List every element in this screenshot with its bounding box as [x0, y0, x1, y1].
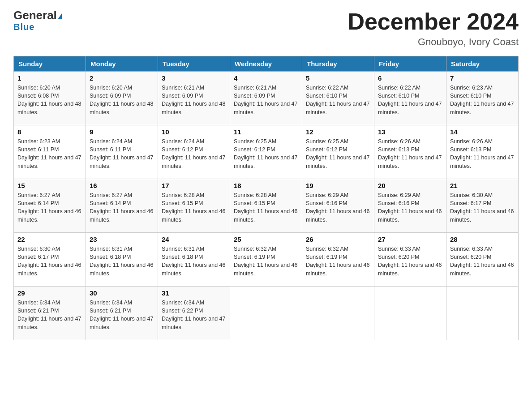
- header-monday: Monday: [86, 56, 158, 72]
- logo: General Blue: [13, 9, 62, 32]
- day-info: Sunrise: 6:33 AMSunset: 6:20 PMDaylight:…: [378, 245, 442, 278]
- day-info: Sunrise: 6:21 AMSunset: 6:09 PMDaylight:…: [162, 84, 226, 116]
- day-number: 15: [17, 182, 82, 189]
- table-row: [374, 287, 446, 340]
- day-number: 29: [17, 289, 82, 297]
- day-info: Sunrise: 6:28 AMSunset: 6:15 PMDaylight:…: [234, 191, 298, 224]
- table-row: 21 Sunrise: 6:30 AMSunset: 6:17 PMDaylig…: [446, 179, 519, 233]
- table-row: 15 Sunrise: 6:27 AMSunset: 6:14 PMDaylig…: [14, 179, 86, 233]
- table-row: 28 Sunrise: 6:33 AMSunset: 6:20 PMDaylig…: [446, 233, 519, 287]
- table-row: 12 Sunrise: 6:25 AMSunset: 6:12 PMDaylig…: [302, 125, 374, 179]
- day-info: Sunrise: 6:25 AMSunset: 6:12 PMDaylight:…: [234, 137, 298, 170]
- day-number: 21: [450, 182, 515, 189]
- day-info: Sunrise: 6:26 AMSunset: 6:13 PMDaylight:…: [378, 137, 442, 170]
- calendar-week-row: 15 Sunrise: 6:27 AMSunset: 6:14 PMDaylig…: [14, 179, 519, 233]
- table-row: 7 Sunrise: 6:23 AMSunset: 6:10 PMDayligh…: [446, 72, 519, 125]
- table-row: 4 Sunrise: 6:21 AMSunset: 6:09 PMDayligh…: [230, 72, 302, 125]
- month-title: December 2024: [348, 9, 519, 34]
- day-info: Sunrise: 6:23 AMSunset: 6:11 PMDaylight:…: [17, 137, 82, 170]
- calendar-week-row: 1 Sunrise: 6:20 AMSunset: 6:08 PMDayligh…: [14, 72, 519, 125]
- day-info: Sunrise: 6:25 AMSunset: 6:12 PMDaylight:…: [306, 137, 370, 170]
- table-row: 16 Sunrise: 6:27 AMSunset: 6:14 PMDaylig…: [86, 179, 158, 233]
- day-info: Sunrise: 6:31 AMSunset: 6:18 PMDaylight:…: [90, 245, 154, 278]
- table-row: 10 Sunrise: 6:24 AMSunset: 6:12 PMDaylig…: [158, 125, 230, 179]
- table-row: 31 Sunrise: 6:34 AMSunset: 6:22 PMDaylig…: [158, 287, 230, 340]
- day-info: Sunrise: 6:29 AMSunset: 6:16 PMDaylight:…: [378, 191, 442, 224]
- table-row: 2 Sunrise: 6:20 AMSunset: 6:09 PMDayligh…: [86, 72, 158, 125]
- day-info: Sunrise: 6:22 AMSunset: 6:10 PMDaylight:…: [378, 84, 442, 116]
- day-number: 4: [234, 74, 298, 82]
- day-info: Sunrise: 6:34 AMSunset: 6:22 PMDaylight:…: [162, 299, 226, 331]
- day-info: Sunrise: 6:32 AMSunset: 6:19 PMDaylight:…: [306, 245, 370, 278]
- calendar-week-row: 29 Sunrise: 6:34 AMSunset: 6:21 PMDaylig…: [14, 287, 519, 340]
- day-number: 18: [234, 182, 298, 189]
- table-row: 14 Sunrise: 6:26 AMSunset: 6:13 PMDaylig…: [446, 125, 519, 179]
- day-number: 17: [162, 182, 226, 189]
- header-thursday: Thursday: [302, 56, 374, 72]
- day-number: 3: [162, 74, 226, 82]
- day-number: 27: [378, 235, 442, 243]
- table-row: 29 Sunrise: 6:34 AMSunset: 6:21 PMDaylig…: [14, 287, 86, 340]
- day-number: 11: [234, 128, 298, 136]
- table-row: 5 Sunrise: 6:22 AMSunset: 6:10 PMDayligh…: [302, 72, 374, 125]
- day-info: Sunrise: 6:24 AMSunset: 6:12 PMDaylight:…: [162, 137, 226, 170]
- day-info: Sunrise: 6:30 AMSunset: 6:17 PMDaylight:…: [450, 191, 515, 224]
- day-info: Sunrise: 6:34 AMSunset: 6:21 PMDaylight:…: [90, 299, 154, 331]
- table-row: 22 Sunrise: 6:30 AMSunset: 6:17 PMDaylig…: [14, 233, 86, 287]
- table-row: 8 Sunrise: 6:23 AMSunset: 6:11 PMDayligh…: [14, 125, 86, 179]
- table-row: 25 Sunrise: 6:32 AMSunset: 6:19 PMDaylig…: [230, 233, 302, 287]
- day-info: Sunrise: 6:30 AMSunset: 6:17 PMDaylight:…: [17, 245, 82, 278]
- day-number: 23: [90, 235, 154, 243]
- title-area: December 2024 Gnouboyo, Ivory Coast: [348, 9, 519, 48]
- day-number: 16: [90, 182, 154, 189]
- header-wednesday: Wednesday: [230, 56, 302, 72]
- table-row: 6 Sunrise: 6:22 AMSunset: 6:10 PMDayligh…: [374, 72, 446, 125]
- header-tuesday: Tuesday: [158, 56, 230, 72]
- logo-blue: Blue: [13, 22, 34, 32]
- table-row: 24 Sunrise: 6:31 AMSunset: 6:18 PMDaylig…: [158, 233, 230, 287]
- day-number: 12: [306, 128, 370, 136]
- day-number: 9: [90, 128, 154, 136]
- day-info: Sunrise: 6:27 AMSunset: 6:14 PMDaylight:…: [90, 191, 154, 224]
- calendar-week-row: 22 Sunrise: 6:30 AMSunset: 6:17 PMDaylig…: [14, 233, 519, 287]
- header-saturday: Saturday: [446, 56, 519, 72]
- day-info: Sunrise: 6:32 AMSunset: 6:19 PMDaylight:…: [234, 245, 298, 278]
- day-number: 24: [162, 235, 226, 243]
- table-row: [446, 287, 519, 340]
- table-row: 23 Sunrise: 6:31 AMSunset: 6:18 PMDaylig…: [86, 233, 158, 287]
- table-row: [302, 287, 374, 340]
- table-row: 19 Sunrise: 6:29 AMSunset: 6:16 PMDaylig…: [302, 179, 374, 233]
- day-info: Sunrise: 6:31 AMSunset: 6:18 PMDaylight:…: [162, 245, 226, 278]
- day-info: Sunrise: 6:27 AMSunset: 6:14 PMDaylight:…: [17, 191, 82, 224]
- day-info: Sunrise: 6:23 AMSunset: 6:10 PMDaylight:…: [450, 84, 515, 116]
- day-number: 13: [378, 128, 442, 136]
- day-number: 25: [234, 235, 298, 243]
- day-number: 26: [306, 235, 370, 243]
- day-number: 1: [17, 74, 82, 82]
- table-row: 9 Sunrise: 6:24 AMSunset: 6:11 PMDayligh…: [86, 125, 158, 179]
- day-number: 19: [306, 182, 370, 189]
- table-row: [230, 287, 302, 340]
- table-row: 13 Sunrise: 6:26 AMSunset: 6:13 PMDaylig…: [374, 125, 446, 179]
- table-row: 26 Sunrise: 6:32 AMSunset: 6:19 PMDaylig…: [302, 233, 374, 287]
- table-row: 3 Sunrise: 6:21 AMSunset: 6:09 PMDayligh…: [158, 72, 230, 125]
- calendar-week-row: 8 Sunrise: 6:23 AMSunset: 6:11 PMDayligh…: [14, 125, 519, 179]
- day-number: 14: [450, 128, 515, 136]
- calendar-header-row: Sunday Monday Tuesday Wednesday Thursday…: [14, 56, 519, 72]
- logo-text: General: [13, 9, 62, 22]
- day-info: Sunrise: 6:33 AMSunset: 6:20 PMDaylight:…: [450, 245, 515, 278]
- calendar-table: Sunday Monday Tuesday Wednesday Thursday…: [13, 56, 519, 340]
- page-header: General Blue December 2024 Gnouboyo, Ivo…: [13, 9, 519, 48]
- day-info: Sunrise: 6:24 AMSunset: 6:11 PMDaylight:…: [90, 137, 154, 170]
- day-info: Sunrise: 6:21 AMSunset: 6:09 PMDaylight:…: [234, 84, 298, 116]
- day-number: 2: [90, 74, 154, 82]
- header-friday: Friday: [374, 56, 446, 72]
- table-row: 11 Sunrise: 6:25 AMSunset: 6:12 PMDaylig…: [230, 125, 302, 179]
- day-number: 22: [17, 235, 82, 243]
- table-row: 18 Sunrise: 6:28 AMSunset: 6:15 PMDaylig…: [230, 179, 302, 233]
- day-number: 7: [450, 74, 515, 82]
- table-row: 17 Sunrise: 6:28 AMSunset: 6:15 PMDaylig…: [158, 179, 230, 233]
- day-number: 20: [378, 182, 442, 189]
- day-info: Sunrise: 6:28 AMSunset: 6:15 PMDaylight:…: [162, 191, 226, 224]
- day-info: Sunrise: 6:26 AMSunset: 6:13 PMDaylight:…: [450, 137, 515, 170]
